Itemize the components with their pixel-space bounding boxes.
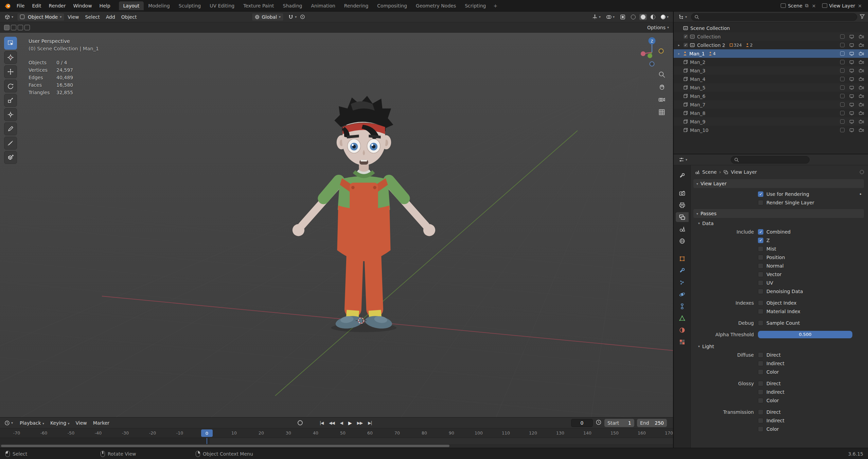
checkbox-label[interactable]: Z — [766, 238, 770, 243]
tab-texture-icon[interactable] — [676, 337, 689, 347]
tool-cursor[interactable] — [4, 51, 17, 64]
disable-viewport-icon[interactable] — [849, 86, 854, 90]
disable-viewport-icon[interactable] — [849, 128, 854, 132]
checkbox-label[interactable]: Sample Count — [766, 320, 800, 326]
outliner-row-man-1[interactable]: ▸ Man_1 4 — [674, 49, 868, 58]
checkbox-label[interactable]: Mist — [766, 246, 776, 252]
denoising-data-checkbox[interactable] — [758, 289, 763, 294]
tab-sculpting[interactable]: Sculpting — [174, 1, 205, 10]
glossy-indirect-checkbox[interactable] — [758, 389, 763, 395]
diffuse-direct-checkbox[interactable] — [758, 352, 763, 358]
disable-viewport-icon[interactable] — [849, 77, 854, 81]
outliner-row-scene-collection[interactable]: Scene Collection — [674, 24, 868, 32]
tool-rotate[interactable] — [4, 80, 17, 92]
shading-solid-button[interactable] — [639, 14, 647, 20]
tab-texture-paint[interactable]: Texture Paint — [239, 1, 278, 10]
data-subsection-header[interactable]: ▾ Data — [693, 219, 864, 227]
outliner-item-label[interactable]: Man_7 — [690, 102, 705, 107]
disable-render-icon[interactable] — [859, 103, 864, 106]
tab-physics-icon[interactable] — [676, 289, 689, 299]
timeline-scrollbar[interactable] — [0, 444, 673, 448]
zoom-icon[interactable] — [658, 71, 666, 78]
tab-scripting[interactable]: Scripting — [460, 1, 490, 10]
transmission-indirect-checkbox[interactable] — [758, 418, 763, 423]
properties-search-input[interactable] — [731, 156, 810, 164]
outliner-editor-type-dropdown[interactable]: ▾ — [677, 13, 689, 21]
alpha-threshold-slider[interactable]: 0.500 — [758, 331, 852, 338]
select-subtract-icon[interactable] — [18, 25, 23, 30]
outliner-row-man-5[interactable]: Man_5 — [674, 83, 868, 92]
shading-rendered-button[interactable]: ▾ — [659, 14, 670, 20]
gizmo-x-negative[interactable] — [659, 49, 663, 53]
timeline-scrollbar-thumb[interactable] — [1, 445, 449, 447]
outliner-item-label[interactable]: Man_5 — [690, 85, 705, 90]
checkbox-label[interactable]: Color — [766, 426, 779, 432]
checkbox-label[interactable]: Render Single Layer — [766, 200, 814, 205]
tab-output-icon[interactable] — [676, 200, 689, 210]
tab-animation[interactable]: Animation — [306, 1, 339, 10]
tool-measure[interactable] — [4, 137, 17, 150]
tab-uv-editing[interactable]: UV Editing — [205, 1, 239, 10]
exclude-checkbox[interactable] — [840, 94, 845, 98]
breadcrumb-view-layer[interactable]: View Layer — [731, 169, 757, 175]
preview-range-icon[interactable] — [596, 419, 602, 426]
new-scene-button[interactable]: ⧉ — [804, 3, 809, 8]
pan-hand-icon[interactable] — [658, 83, 666, 91]
tool-transform[interactable] — [4, 108, 17, 121]
collection-exclude-checkbox[interactable] — [683, 42, 688, 48]
disable-render-icon[interactable] — [859, 69, 864, 72]
tool-annotate[interactable] — [4, 122, 17, 135]
glossy-direct-checkbox[interactable] — [758, 381, 763, 386]
character-man-1[interactable] — [282, 93, 446, 333]
checkbox-label[interactable]: Direct — [766, 381, 781, 386]
checkbox-label[interactable]: Object Index — [766, 300, 797, 306]
transmission-direct-checkbox[interactable] — [758, 409, 763, 415]
viewport-menu-object[interactable]: Object — [118, 13, 140, 21]
vector-checkbox[interactable] — [758, 272, 763, 277]
use-for-rendering-checkbox[interactable] — [758, 191, 763, 197]
outliner-item-label[interactable]: Man_3 — [690, 68, 705, 73]
auto-keying-record-button[interactable] — [298, 420, 303, 425]
transmission-color-checkbox[interactable] — [758, 426, 763, 432]
diffuse-indirect-checkbox[interactable] — [758, 361, 763, 366]
exclude-checkbox[interactable] — [840, 119, 845, 124]
checkbox-label[interactable]: UV — [766, 280, 773, 286]
checkbox-label[interactable]: Denoising Data — [766, 289, 803, 294]
end-frame-field[interactable]: End250 — [637, 419, 667, 427]
timeline-ruler[interactable]: -70 -60 -50 -40 -30 -20 -10 0 10 20 30 4… — [0, 428, 673, 438]
disable-render-icon[interactable] — [859, 43, 864, 47]
pin-icon[interactable] — [860, 170, 864, 174]
checkbox-label[interactable]: Color — [766, 369, 779, 375]
gizmo-x-axis[interactable] — [641, 51, 645, 56]
show-gizmo-dropdown[interactable]: ▾ — [590, 13, 602, 21]
disable-render-icon[interactable] — [859, 60, 864, 64]
outliner-row-man-3[interactable]: Man_3 — [674, 66, 868, 75]
outliner-row-man-10[interactable]: Man_10 — [674, 126, 868, 134]
disable-render-icon[interactable] — [859, 120, 864, 123]
tab-material-icon[interactable] — [676, 325, 689, 335]
tab-render-icon[interactable] — [676, 188, 689, 198]
timeline-editor-type-dropdown[interactable]: ▾ — [3, 419, 15, 427]
play-button[interactable]: ▶ — [347, 420, 353, 426]
tab-object-data-icon[interactable] — [676, 313, 689, 323]
properties-editor-type-dropdown[interactable]: ▾ — [677, 156, 689, 164]
tab-compositing[interactable]: Compositing — [373, 1, 411, 10]
tool-select-box[interactable] — [4, 37, 17, 50]
disable-viewport-icon[interactable] — [849, 111, 854, 115]
checkbox-label[interactable]: Indirect — [766, 418, 784, 423]
tool-scale[interactable] — [4, 94, 17, 107]
exclude-checkbox[interactable] — [840, 60, 845, 64]
checkbox-label[interactable]: Vector — [766, 272, 782, 277]
next-keyframe-button[interactable]: ▶▶ — [356, 420, 364, 426]
render-single-layer-checkbox[interactable] — [758, 200, 763, 205]
tab-world-icon[interactable] — [676, 236, 689, 246]
shading-material-button[interactable] — [649, 14, 657, 20]
menu-edit[interactable]: Edit — [28, 2, 45, 10]
menu-render[interactable]: Render — [45, 2, 70, 10]
animate-dot-icon[interactable]: • — [859, 191, 862, 197]
checkbox-label[interactable]: Direct — [766, 352, 781, 358]
select-extend-icon[interactable] — [11, 25, 16, 30]
exclude-checkbox[interactable] — [840, 34, 845, 39]
remove-view-layer-button[interactable]: × — [857, 3, 863, 8]
jump-to-start-button[interactable]: |◀ — [319, 420, 324, 426]
